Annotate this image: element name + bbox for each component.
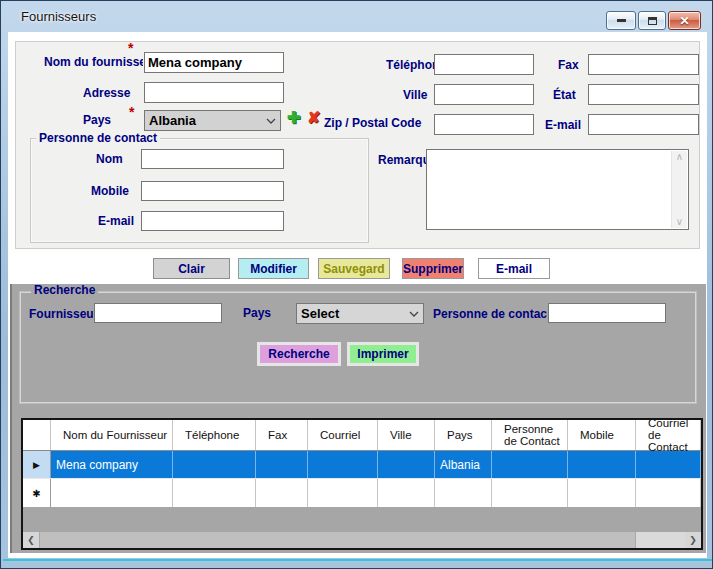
contact-nom-label: Nom bbox=[96, 152, 123, 167]
cell-ville[interactable] bbox=[378, 479, 435, 507]
header-fax[interactable]: Fax bbox=[256, 420, 308, 450]
table-row-new[interactable]: ✱ bbox=[23, 479, 701, 507]
contact-group-title: Personne de contact bbox=[36, 132, 160, 145]
search-pays-combo-value: Select bbox=[301, 306, 409, 321]
search-contact-input[interactable] bbox=[548, 303, 666, 323]
remarque-textarea[interactable]: ∧ ∨ bbox=[426, 149, 689, 230]
contact-nom-input[interactable] bbox=[141, 149, 284, 169]
cell-mobile[interactable] bbox=[568, 479, 636, 507]
telephone-input[interactable] bbox=[434, 54, 534, 75]
zip-input[interactable] bbox=[434, 114, 534, 135]
table-row[interactable]: ▶ Mena company Albania bbox=[23, 451, 701, 479]
cell-courriel[interactable] bbox=[308, 479, 378, 507]
cell-ville[interactable] bbox=[378, 451, 435, 478]
header-personne-contact[interactable]: Personne de Contact bbox=[492, 420, 568, 450]
new-row-icon[interactable]: ✱ bbox=[23, 479, 51, 507]
scrollbar-thumb[interactable] bbox=[39, 532, 636, 548]
delete-country-icon[interactable]: ✘ bbox=[307, 109, 320, 127]
ville-label: Ville bbox=[403, 88, 427, 103]
cell-personne[interactable] bbox=[492, 451, 568, 478]
nom-fournisseur-input[interactable] bbox=[144, 52, 284, 73]
zip-label: Zip / Postal Code bbox=[324, 116, 421, 131]
required-marker-pays: * bbox=[129, 107, 134, 117]
search-fournisseur-input[interactable] bbox=[94, 303, 222, 323]
supprimer-button[interactable]: Supprimer bbox=[402, 258, 464, 279]
cell-mobile[interactable] bbox=[568, 451, 636, 478]
clair-button[interactable]: Clair bbox=[153, 258, 230, 279]
fax-input[interactable] bbox=[588, 54, 699, 75]
row-selector-icon[interactable]: ▶ bbox=[23, 451, 51, 478]
modifier-button[interactable]: Modifier bbox=[238, 258, 309, 279]
imprimer-button[interactable]: Imprimer bbox=[347, 342, 419, 366]
search-contact-label: Personne de contact bbox=[433, 307, 547, 322]
chevron-down-icon bbox=[266, 118, 276, 124]
cell-fax[interactable] bbox=[256, 451, 308, 478]
window-title: Fournisseurs bbox=[21, 9, 96, 24]
fournisseurs-window: Fournisseurs ✕ * Nom du fournisseur Adre… bbox=[0, 0, 713, 569]
grid-empty-area bbox=[23, 507, 701, 532]
nom-fournisseur-label: Nom du fournisseur bbox=[44, 55, 143, 70]
close-button[interactable]: ✕ bbox=[668, 11, 701, 30]
email-button[interactable]: E-mail bbox=[478, 258, 550, 279]
cell-courriel[interactable] bbox=[308, 451, 378, 478]
grid-header-row: Nom du Fournisseur Téléphone Fax Courrie… bbox=[23, 420, 701, 451]
suppliers-grid: Nom du Fournisseur Téléphone Fax Courrie… bbox=[21, 418, 703, 550]
add-country-icon[interactable]: ✚ bbox=[287, 109, 300, 127]
adresse-input[interactable] bbox=[144, 82, 284, 103]
header-courriel[interactable]: Courriel bbox=[308, 420, 378, 450]
ville-input[interactable] bbox=[434, 84, 534, 105]
pays-combo[interactable]: Albania bbox=[144, 110, 281, 131]
contact-email-input[interactable] bbox=[141, 211, 284, 231]
recherche-button[interactable]: Recherche bbox=[257, 342, 341, 366]
grid-horizontal-scrollbar[interactable]: ❮ ❯ bbox=[23, 532, 701, 548]
minimize-icon bbox=[617, 19, 626, 22]
cell-courriel-contact[interactable] bbox=[636, 451, 701, 478]
scroll-left-icon[interactable]: ❮ bbox=[23, 532, 39, 548]
chevron-down-icon bbox=[409, 311, 419, 317]
cell-pays[interactable] bbox=[435, 479, 492, 507]
cell-telephone[interactable] bbox=[173, 451, 256, 478]
header-pays[interactable]: Pays bbox=[435, 420, 492, 450]
search-fournisseur-label: Fournisseur bbox=[29, 307, 93, 322]
header-telephone[interactable]: Téléphone bbox=[173, 420, 256, 450]
search-pays-combo[interactable]: Select bbox=[296, 303, 424, 324]
etat-label: État bbox=[553, 88, 576, 103]
cell-personne[interactable] bbox=[492, 479, 568, 507]
contact-mobile-input[interactable] bbox=[141, 181, 284, 201]
email-label: E-mail bbox=[545, 118, 581, 133]
fax-label: Fax bbox=[558, 58, 579, 73]
cell-courriel-contact[interactable] bbox=[636, 479, 701, 507]
telephone-label: Téléphone bbox=[386, 58, 434, 73]
etat-input[interactable] bbox=[588, 84, 699, 105]
pays-combo-value: Albania bbox=[149, 113, 266, 128]
cell-fax[interactable] bbox=[256, 479, 308, 507]
cell-pays[interactable]: Albania bbox=[435, 451, 492, 478]
maximize-icon bbox=[648, 17, 657, 25]
cell-telephone[interactable] bbox=[173, 479, 256, 507]
header-courriel-contact[interactable]: Courriel de Contact bbox=[636, 420, 701, 450]
adresse-label: Adresse bbox=[83, 86, 130, 101]
cell-nom[interactable] bbox=[51, 479, 173, 507]
scroll-right-icon[interactable]: ❯ bbox=[685, 532, 701, 548]
header-nom-fournisseur[interactable]: Nom du Fournisseur bbox=[51, 420, 173, 450]
cell-nom[interactable]: Mena company bbox=[51, 451, 173, 478]
remarque-label: Remarque bbox=[378, 153, 426, 168]
search-pays-label: Pays bbox=[243, 306, 271, 321]
window-bottom-accent bbox=[3, 559, 712, 561]
scrollbar-track[interactable] bbox=[636, 532, 685, 548]
required-marker-nom: * bbox=[128, 43, 133, 53]
sauvegard-button[interactable]: Sauvegard bbox=[318, 258, 390, 279]
email-input[interactable] bbox=[588, 114, 699, 135]
maximize-button[interactable] bbox=[638, 11, 666, 30]
header-ville[interactable]: Ville bbox=[378, 420, 435, 450]
header-mobile[interactable]: Mobile bbox=[568, 420, 636, 450]
contact-mobile-label: Mobile bbox=[91, 184, 129, 199]
scroll-down-icon[interactable]: ∨ bbox=[676, 216, 683, 228]
pays-label: Pays bbox=[83, 113, 111, 128]
minimize-button[interactable] bbox=[606, 11, 636, 30]
remarque-scrollbar[interactable]: ∧ ∨ bbox=[671, 151, 687, 228]
search-group-title: Recherche bbox=[31, 284, 98, 297]
close-icon: ✕ bbox=[679, 15, 689, 27]
scroll-up-icon[interactable]: ∧ bbox=[676, 151, 683, 163]
header-selector bbox=[23, 420, 51, 450]
